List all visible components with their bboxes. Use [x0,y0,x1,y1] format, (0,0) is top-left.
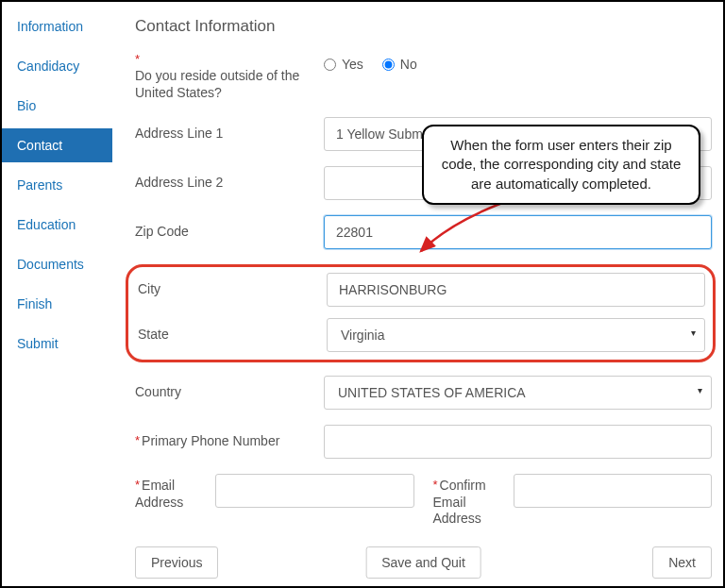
reside-label: Do you reside outside of the United Stat… [135,68,299,101]
state-select[interactable]: Virginia [327,318,705,352]
city-input[interactable] [327,273,705,307]
nav-bio[interactable]: Bio [2,89,112,123]
nav-finish[interactable]: Finish [2,287,112,321]
zip-label: Zip Code [135,224,189,239]
country-select[interactable]: UNITED STATES OF AMERICA [324,376,712,410]
callout-tooltip: When the form user enters their zip code… [422,125,700,205]
required-indicator: * [433,478,438,493]
state-label: State [138,327,169,342]
previous-button[interactable]: Previous [135,546,218,579]
nav-education[interactable]: Education [2,208,112,242]
next-button[interactable]: Next [652,546,712,579]
reside-yes-radio[interactable] [324,59,336,71]
reside-yes-label: Yes [342,57,363,72]
required-indicator: * [135,478,140,493]
reside-no-radio[interactable] [382,59,395,71]
phone-label: Primary Phone Number [142,433,279,448]
confirm-email-col: *Confirm Email Address [433,474,713,528]
reside-radio-group: Yes No [324,49,712,72]
row-phone: *Primary Phone Number [135,425,712,459]
row-country: Country UNITED STATES OF AMERICA [135,376,712,410]
nav-contact[interactable]: Contact [2,128,112,162]
reside-yes-option[interactable]: Yes [324,57,363,72]
page-title: Contact Information [135,17,712,36]
required-indicator: * [135,57,324,63]
city-label: City [138,281,160,296]
confirm-email-input[interactable] [514,474,713,508]
row-emails: *Email Address *Confirm Email Address [135,474,712,528]
addr2-label: Address Line 2 [135,175,223,190]
email-col: *Email Address [135,474,414,528]
button-bar: Previous Save and Quit Next [135,546,712,582]
zip-input[interactable] [324,215,712,249]
row-zip: Zip Code [135,215,712,249]
phone-input[interactable] [324,425,712,459]
main-panel: Contact Information * Do you reside outs… [112,2,723,586]
save-quit-button[interactable]: Save and Quit [365,546,481,579]
country-label: Country [135,384,181,399]
sidebar: Information Candidacy Bio Contact Parent… [2,2,112,586]
reside-no-option[interactable]: No [382,57,417,72]
nav-documents[interactable]: Documents [2,247,112,281]
addr1-label: Address Line 1 [135,126,223,141]
row-city: City [136,273,705,307]
nav-candidacy[interactable]: Candidacy [2,49,112,83]
reside-no-label: No [400,57,417,72]
country-select-wrap: UNITED STATES OF AMERICA [324,376,712,410]
autofill-highlight: City State Virginia [126,264,716,362]
email-label: Email Address [135,478,183,510]
email-input[interactable] [215,474,414,508]
state-select-wrap: Virginia [327,318,705,352]
required-indicator: * [135,432,140,449]
nav-submit[interactable]: Submit [2,327,112,361]
confirm-email-label: Confirm Email Address [433,478,486,526]
nav-information[interactable]: Information [2,9,112,43]
row-reside: * Do you reside outside of the United St… [135,49,712,102]
row-state: State Virginia [136,318,705,352]
app-frame: Information Candidacy Bio Contact Parent… [0,0,725,588]
nav-parents[interactable]: Parents [2,168,112,202]
